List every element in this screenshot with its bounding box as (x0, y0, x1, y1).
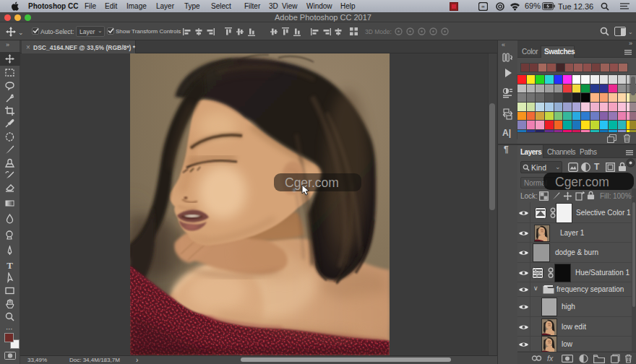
svg-text:T: T (7, 260, 13, 271)
svg-text:∞: ∞ (481, 4, 484, 9)
